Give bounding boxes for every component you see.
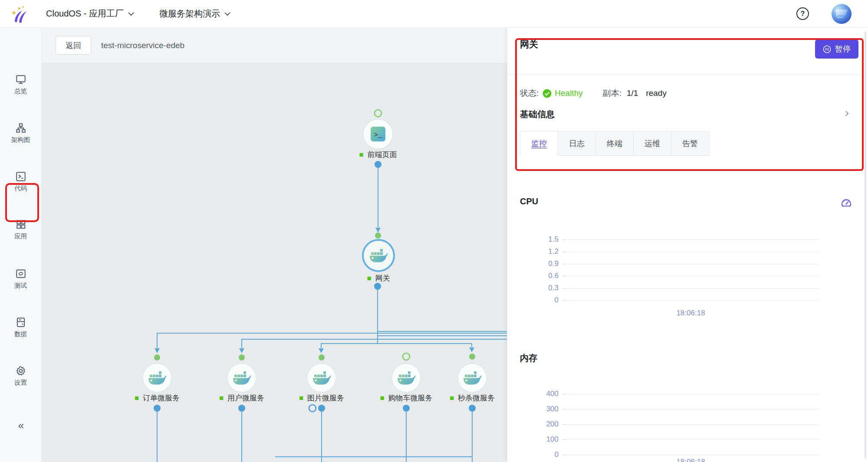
memory-chart-title: 内存 [520, 352, 537, 364]
tab-logs[interactable]: 日志 [558, 131, 596, 156]
page-toolbar: 返回 test-microservice-edeb [42, 28, 507, 63]
node-user-service[interactable]: ■ 用户微服务 [219, 364, 264, 402]
svg-text:■ 用户微服务: ■ 用户微服务 [219, 394, 264, 402]
svg-text:■ 购物车微服务: ■ 购物车微服务 [380, 394, 432, 402]
sidebar-item-code[interactable]: 代码 [0, 171, 41, 193]
page-title: test-microservice-edeb [101, 41, 184, 50]
status-square-icon: ■ [359, 151, 363, 159]
svg-text:■ 图片微服务: ■ 图片微服务 [299, 394, 344, 402]
chevron-down-icon [128, 12, 134, 16]
panel-title: 网关 [520, 38, 538, 50]
user-avatar[interactable] [832, 4, 852, 24]
microservice-diagram: >_ ■ 前端页面 ■ 网关 ■ 订单微服务 ■ 用户微服务 [42, 63, 507, 462]
gear-icon [15, 365, 26, 377]
project-switcher[interactable]: 微服务架构演示 [159, 8, 230, 20]
node-label: 前端页面 [368, 151, 397, 159]
sidebar-item-architecture[interactable]: 架构图 [0, 122, 41, 144]
sidebar: 总览 架构图 代码 应用 [0, 28, 42, 462]
status-label: 状态: [520, 88, 539, 99]
terminal-icon: >_ [374, 131, 383, 139]
pause-circle-icon [823, 45, 831, 53]
svg-text:■ 订单微服务: ■ 订单微服务 [135, 394, 180, 402]
status-square-icon: ■ [367, 274, 371, 282]
cloudos-logo-icon [9, 4, 29, 24]
tab-alerts[interactable]: 告警 [671, 131, 709, 156]
panel-tabs: 监控 日志 终端 运维 告警 [520, 131, 709, 156]
status-square-icon: ■ [219, 394, 224, 402]
divider [507, 74, 868, 74]
healthy-check-icon [542, 89, 552, 98]
node-gateway[interactable]: ■ 网关 [363, 240, 394, 282]
node-label: 网关 [375, 274, 390, 282]
detail-panel: 网关 暂停 状态: Healthy 副本: 1/1 ready 基础信息 › 监… [507, 28, 868, 462]
node-label: 图片微服务 [307, 394, 344, 402]
status-square-icon: ■ [299, 394, 303, 402]
replicas-value: 1/1 [627, 88, 638, 98]
help-icon[interactable]: ? [796, 7, 809, 20]
diagram-edges [155, 168, 507, 462]
back-button[interactable]: 返回 [56, 36, 91, 55]
status-square-icon: ■ [380, 394, 384, 402]
test-icon [15, 268, 26, 279]
node-label: 购物车微服务 [388, 394, 433, 402]
pause-button[interactable]: 暂停 [815, 39, 858, 59]
node-image-service[interactable]: ■ 图片微服务 [299, 364, 344, 402]
tab-ops[interactable]: 运维 [633, 131, 671, 156]
cpu-chart-title: CPU [520, 197, 538, 206]
status-row: 状态: Healthy 副本: 1/1 ready [520, 87, 667, 100]
sidebar-item-data[interactable]: 数据 [0, 317, 41, 338]
chevron-right-icon[interactable]: › [845, 106, 849, 120]
replicas-state: ready [646, 88, 667, 98]
node-frontend[interactable]: >_ ■ 前端页面 [359, 119, 397, 159]
svg-text:■ 网关: ■ 网关 [367, 274, 390, 282]
app-switcher[interactable]: CloudOS - 应用工厂 [46, 8, 134, 20]
architecture-canvas[interactable]: >_ ■ 前端页面 ■ 网关 ■ 订单微服务 ■ 用户微服务 [42, 63, 507, 462]
code-icon [15, 171, 26, 182]
node-label: 秒杀微服务 [457, 394, 495, 402]
sidebar-item-test[interactable]: 测试 [0, 268, 41, 290]
node-order-service[interactable]: ■ 订单微服务 [135, 364, 180, 402]
panel-scrollbar[interactable] [865, 31, 866, 459]
monitor-icon [15, 74, 26, 85]
status-value: Healthy [555, 88, 582, 98]
tab-terminal[interactable]: 终端 [595, 131, 634, 156]
architecture-icon [15, 122, 26, 134]
status-square-icon: ■ [450, 394, 454, 402]
app-header: CloudOS - 应用工厂 微服务架构演示 ? [0, 0, 868, 28]
replicas-label: 副本: [603, 88, 621, 99]
chevron-down-icon [224, 12, 230, 16]
svg-text:■ 前端页面: ■ 前端页面 [359, 151, 397, 159]
tab-monitoring[interactable]: 监控 [520, 131, 558, 156]
database-icon [15, 317, 26, 328]
node-label: 订单微服务 [143, 394, 180, 402]
app-title: CloudOS - 应用工厂 [46, 8, 124, 20]
memory-x-tick: 18:06:18 [562, 458, 819, 462]
sidebar-collapse-icon[interactable]: « [0, 419, 41, 432]
node-seckill-service[interactable]: ■ 秒杀微服务 [450, 364, 495, 402]
sidebar-item-overview[interactable]: 总览 [0, 74, 41, 95]
status-square-icon: ■ [135, 394, 139, 402]
node-label: 用户微服务 [227, 394, 264, 402]
sidebar-item-settings[interactable]: 设置 [0, 365, 41, 387]
basic-info-toggle[interactable]: 基础信息 [520, 108, 555, 120]
node-cart-service[interactable]: ■ 购物车微服务 [380, 364, 432, 402]
app-grid-icon [15, 219, 26, 230]
gauge-icon[interactable] [840, 197, 852, 209]
svg-text:■ 秒杀微服务: ■ 秒杀微服务 [450, 394, 495, 402]
sidebar-item-apps[interactable]: 应用 [0, 219, 41, 240]
cpu-x-tick: 18:06:18 [562, 309, 819, 318]
project-name: 微服务架构演示 [159, 8, 220, 20]
